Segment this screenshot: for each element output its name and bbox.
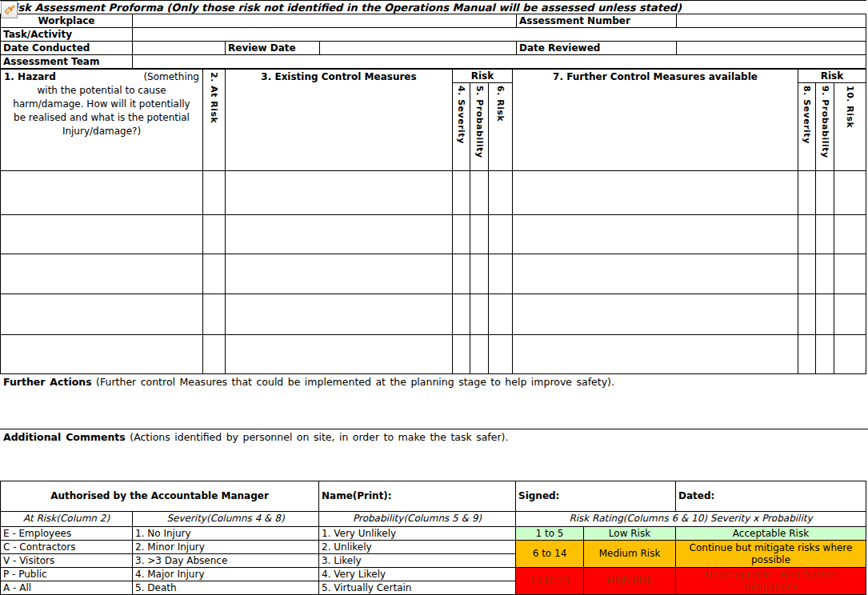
main-table-cell-r5-c10[interactable] xyxy=(834,335,866,373)
severity-item: 3. >3 Day Absence xyxy=(133,554,318,567)
at-risk-item: P - Public xyxy=(1,568,132,581)
main-table-cell-r5-c2[interactable] xyxy=(203,335,225,373)
main-table-cell-r4-c7[interactable] xyxy=(513,294,798,334)
main-table-cell-r4-c1[interactable] xyxy=(1,294,202,334)
main-table-cell-r3-c2[interactable] xyxy=(203,254,225,294)
main-table-cell-r2-c9[interactable] xyxy=(816,215,834,254)
probability-item: 1. Very Unlikely xyxy=(319,527,515,540)
severity-item: 1. No Injury xyxy=(133,527,318,540)
main-table-cell-r3-c6[interactable] xyxy=(489,254,512,294)
risk-rating-level-high: High Risk xyxy=(584,568,675,594)
main-table-cell-r3-c1[interactable] xyxy=(1,254,202,294)
severity-column-header-2: 8. Severity xyxy=(798,83,815,170)
probability-item: 5. Virtually Certain xyxy=(319,581,515,594)
main-table-cell-r2-c6[interactable] xyxy=(489,215,512,254)
main-table-cell-r2-c8[interactable] xyxy=(798,215,815,254)
hazard-header-line: harm/damage. How will it potentially xyxy=(4,98,199,111)
assessment-number-value[interactable] xyxy=(677,14,866,27)
risk-rating-action-low: Acceptable Risk xyxy=(676,527,866,540)
main-table-cell-r1-c6[interactable] xyxy=(489,171,512,214)
main-table-cell-r1-c8[interactable] xyxy=(798,171,815,214)
main-table-cell-r1-c2[interactable] xyxy=(203,171,225,214)
further-actions-text: (Further control Measures that could be … xyxy=(96,376,614,388)
main-table-cell-r5-c7[interactable] xyxy=(513,335,798,373)
workplace-label: Workplace xyxy=(1,14,132,27)
brush-icon-button[interactable] xyxy=(1,1,18,18)
date-reviewed-value[interactable] xyxy=(677,42,866,54)
further-actions-area[interactable]: Further Actions (Further control Measure… xyxy=(0,374,868,429)
main-table-cell-r3-c3[interactable] xyxy=(226,254,452,294)
main-table-cell-r1-c10[interactable] xyxy=(834,171,866,214)
dated-label: Dated: xyxy=(678,490,714,502)
main-table-cell-r4-c10[interactable] xyxy=(834,294,866,334)
page-title: Risk Assessment Proforma (Only those ris… xyxy=(0,0,866,14)
main-table-cell-r1-c9[interactable] xyxy=(816,171,834,214)
at-risk-item: C - Contractors xyxy=(1,541,132,553)
risk-rating-legend-header: Risk Rating(Columns 6 & 10) Severity x P… xyxy=(516,512,866,526)
main-table-cell-r4-c3[interactable] xyxy=(226,294,452,334)
main-table-cell-r4-c6[interactable] xyxy=(489,294,512,334)
main-table-cell-r2-c5[interactable] xyxy=(470,215,488,254)
date-conducted-value[interactable] xyxy=(133,42,225,54)
additional-comments-title: Additional Comments xyxy=(3,431,126,443)
probability-item: 3. Likely xyxy=(319,554,515,567)
main-table-cell-r3-c8[interactable] xyxy=(798,254,815,294)
main-table: 1. Hazard (Something with the potential … xyxy=(0,69,866,374)
main-table-cell-r1-c3[interactable] xyxy=(226,171,452,214)
probability-item: 2. Unlikely xyxy=(319,541,515,553)
further-actions-note: Further Actions (Further control Measure… xyxy=(3,376,865,388)
main-table-cell-r5-c6[interactable] xyxy=(489,335,512,373)
hazard-header-line: Injury/damage?) xyxy=(4,125,199,138)
main-table-cell-r2-c7[interactable] xyxy=(513,215,798,254)
severity-legend-header: Severity(Columns 4 & 8) xyxy=(133,512,318,526)
risk-assessment-sheet: Risk Assessment Proforma (Only those ris… xyxy=(0,0,868,595)
main-table-cell-r4-c8[interactable] xyxy=(798,294,815,334)
main-table-cell-r5-c1[interactable] xyxy=(1,335,202,373)
main-table-cell-r2-c10[interactable] xyxy=(834,215,866,254)
page-title-text: Risk Assessment Proforma (Only those ris… xyxy=(6,2,682,14)
task-activity-value[interactable] xyxy=(133,28,866,41)
risk-rating-range-high: 15 to 25 xyxy=(516,568,583,594)
review-date-value[interactable] xyxy=(320,42,516,54)
severity-item: 2. Minor Injury xyxy=(133,541,318,553)
workplace-value[interactable] xyxy=(133,14,516,27)
risk-rating-level-medium: Medium Risk xyxy=(584,541,675,567)
main-table-cell-r3-c7[interactable] xyxy=(513,254,798,294)
main-table-cell-r4-c5[interactable] xyxy=(470,294,488,334)
additional-comments-area[interactable]: Additional Comments (Actions identified … xyxy=(0,429,868,481)
main-table-cell-r2-c4[interactable] xyxy=(453,215,470,254)
main-table-cell-r3-c9[interactable] xyxy=(816,254,834,294)
main-table-cell-r5-c9[interactable] xyxy=(816,335,834,373)
info-grid: Workplace Assessment Number Task/Activit… xyxy=(0,14,866,69)
main-table-cell-r2-c1[interactable] xyxy=(1,215,202,254)
signed-cell[interactable]: Signed: xyxy=(516,481,675,511)
date-conducted-label: Date Conducted xyxy=(1,42,132,54)
main-table-cell-r5-c5[interactable] xyxy=(470,335,488,373)
main-table-cell-r1-c5[interactable] xyxy=(470,171,488,214)
main-table-cell-r5-c4[interactable] xyxy=(453,335,470,373)
main-table-cell-r1-c4[interactable] xyxy=(453,171,470,214)
additional-comments-note: Additional Comments (Actions identified … xyxy=(3,431,865,443)
task-activity-label: Task/Activity xyxy=(1,28,132,41)
main-table-cell-r1-c7[interactable] xyxy=(513,171,798,214)
assessment-team-value[interactable] xyxy=(133,55,866,68)
main-table-cell-r1-c1[interactable] xyxy=(1,171,202,214)
name-print-cell[interactable]: Name(Print): xyxy=(319,481,515,511)
main-table-cell-r4-c4[interactable] xyxy=(453,294,470,334)
additional-comments-text: (Actions identified by personnel on site… xyxy=(130,431,508,443)
main-table-cell-r3-c5[interactable] xyxy=(470,254,488,294)
risk-rating-range-low: 1 to 5 xyxy=(516,527,583,540)
at-risk-legend-header: At Risk(Column 2) xyxy=(1,512,132,526)
main-table-cell-r5-c3[interactable] xyxy=(226,335,452,373)
main-table-cell-r2-c3[interactable] xyxy=(226,215,452,254)
hazard-header-title: 1. Hazard xyxy=(4,70,56,84)
main-table-cell-r4-c2[interactable] xyxy=(203,294,225,334)
main-table-cell-r2-c2[interactable] xyxy=(203,215,225,254)
main-table-cell-r4-c9[interactable] xyxy=(816,294,834,334)
main-table-cell-r3-c4[interactable] xyxy=(453,254,470,294)
probability-column-header-2: 9. Probability xyxy=(816,83,834,170)
dated-cell[interactable]: Dated: xyxy=(676,481,866,511)
main-table-cell-r3-c10[interactable] xyxy=(834,254,866,294)
hazard-header-paren: (Something xyxy=(143,70,199,84)
main-table-cell-r5-c8[interactable] xyxy=(798,335,815,373)
